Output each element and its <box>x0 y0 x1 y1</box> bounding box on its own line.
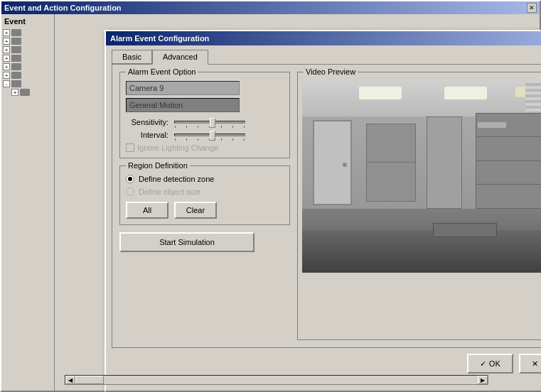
sidebar: Event + + + + <box>1 14 55 391</box>
sidebar-tree: + + + + + <box>3 28 53 97</box>
video-door <box>313 120 352 205</box>
horizontal-scrollbar[interactable]: ◀ ▶ <box>65 375 488 385</box>
outer-titlebar: Event and Action Configuration ✕ <box>1 1 540 14</box>
video-content <box>302 81 541 273</box>
video-preview-group: Video Preview <box>297 72 541 340</box>
rack-row-1 <box>476 114 541 137</box>
modal-title: Alarm Event Configuration <box>110 34 209 43</box>
all-button[interactable]: All <box>126 202 168 219</box>
rack-row-2 <box>476 137 541 160</box>
sidebar-header: Event <box>3 17 53 26</box>
rack-unit-1 <box>478 122 506 128</box>
tree-item-7[interactable]: - <box>3 80 53 88</box>
interval-slider[interactable] <box>174 134 245 136</box>
video-floor <box>302 230 541 273</box>
define-zone-radio[interactable] <box>126 175 134 183</box>
camera-icon-2 <box>11 38 21 45</box>
camera-icon-6 <box>11 72 21 79</box>
rack-row-3 <box>476 161 541 185</box>
scroll-right-arrow[interactable]: ▶ <box>478 376 488 384</box>
video-door-knob <box>343 163 347 167</box>
tree-expand-5[interactable]: + <box>3 63 10 70</box>
scroll-track <box>75 376 478 384</box>
video-cabinet-1 <box>366 124 416 202</box>
ignore-lighting-row: Ignore Lighting Change <box>126 143 284 152</box>
define-object-radio <box>126 187 134 196</box>
camera-icon-4 <box>11 55 21 62</box>
video-table <box>433 223 497 237</box>
define-object-label: Define object size <box>139 187 200 196</box>
tree-item-2[interactable]: + <box>3 37 53 45</box>
tab-content-area: Alarm Event Option Camera 9 General Moti… <box>112 64 541 348</box>
camera-icon-1 <box>11 29 21 36</box>
video-rack <box>476 113 541 209</box>
tree-item-8[interactable]: + <box>3 88 53 97</box>
cabinet-top <box>367 124 415 163</box>
interval-label: Interval: <box>126 131 168 139</box>
interval-ticks <box>175 138 245 141</box>
interval-row: Interval: <box>126 131 284 139</box>
start-simulation-button[interactable]: Start Simulation <box>119 232 255 252</box>
camera-select-value: Camera 9 <box>129 84 164 92</box>
tree-item-4[interactable]: + <box>3 54 53 62</box>
scroll-left-arrow[interactable]: ◀ <box>65 376 75 384</box>
define-zone-label: Define detection zone <box>139 175 214 183</box>
camera-icon-5 <box>11 63 21 70</box>
region-definition-label: Region Definition <box>126 161 190 170</box>
tree-expand-3[interactable]: + <box>3 46 10 53</box>
tree-expand-8[interactable]: + <box>11 89 18 96</box>
tree-item-3[interactable]: + <box>3 45 53 54</box>
tree-expand-4[interactable]: + <box>3 55 10 62</box>
outer-content: Event + + + + <box>1 14 540 391</box>
video-panel: Video Preview <box>297 72 541 340</box>
video-preview-label: Video Preview <box>304 67 358 76</box>
motion-select-value: General Motion <box>129 101 183 109</box>
video-light-1 <box>359 87 402 99</box>
region-definition-group: Region Definition Define detection zone … <box>119 165 290 225</box>
ignore-lighting-label: Ignore Lighting Change <box>137 143 218 152</box>
alarm-config-modal: Alarm Event Configuration ✕ Basic Advanc… <box>105 30 541 392</box>
tree-expand-7[interactable]: - <box>3 80 10 87</box>
camera-icon-3 <box>11 46 21 53</box>
tree-expand-1[interactable]: + <box>3 29 10 36</box>
left-panel: Alarm Event Option Camera 9 General Moti… <box>119 72 290 340</box>
sensitivity-slider[interactable] <box>174 121 245 124</box>
define-zone-row[interactable]: Define detection zone <box>126 175 284 183</box>
camera-select[interactable]: Camera 9 <box>126 81 240 95</box>
outer-close-button[interactable]: ✕ <box>527 3 537 13</box>
video-light-2 <box>444 87 487 99</box>
camera-icon-7 <box>11 80 21 87</box>
outer-window: Event and Action Configuration ✕ Event +… <box>0 0 541 392</box>
ignore-lighting-checkbox <box>126 143 134 152</box>
sensitivity-ticks <box>175 126 245 128</box>
video-frame <box>302 81 541 273</box>
outer-window-title: Event and Action Configuration <box>4 4 122 12</box>
region-buttons: All Clear <box>126 202 284 219</box>
tree-item-5[interactable]: + <box>3 62 53 71</box>
alarm-event-option-label: Alarm Event Option <box>126 67 198 76</box>
define-object-row: Define object size <box>126 187 284 196</box>
rack-row-4 <box>476 185 541 208</box>
tab-bar: Basic Advanced <box>106 45 541 64</box>
sensitivity-label: Sensitivity: <box>126 118 168 126</box>
tree-expand-2[interactable]: + <box>3 38 10 45</box>
alarm-event-option-group: Alarm Event Option Camera 9 General Moti… <box>119 72 290 158</box>
modal-cancel-button[interactable]: ✕ Cancel <box>519 354 541 374</box>
modal-titlebar: Alarm Event Configuration ✕ <box>106 31 541 45</box>
modal-ok-button[interactable]: ✓ OK <box>467 354 513 374</box>
tree-expand-6[interactable]: + <box>3 72 10 79</box>
ok-check-icon: ✓ <box>480 359 486 369</box>
video-cabinet-2 <box>427 116 462 209</box>
tab-advanced[interactable]: Advanced <box>152 50 208 65</box>
clear-button[interactable]: Clear <box>174 202 217 219</box>
cancel-x-icon: ✕ <box>532 359 538 369</box>
tree-item-6[interactable]: + <box>3 71 53 80</box>
tab-basic[interactable]: Basic <box>112 50 152 64</box>
tree-item-1[interactable]: + <box>3 28 53 37</box>
scroll-thumb[interactable] <box>75 376 104 384</box>
ok-label: OK <box>489 359 500 368</box>
camera-icon-8 <box>20 89 30 96</box>
motion-select[interactable]: General Motion <box>126 98 240 112</box>
sensitivity-row: Sensitivity: <box>126 118 284 126</box>
